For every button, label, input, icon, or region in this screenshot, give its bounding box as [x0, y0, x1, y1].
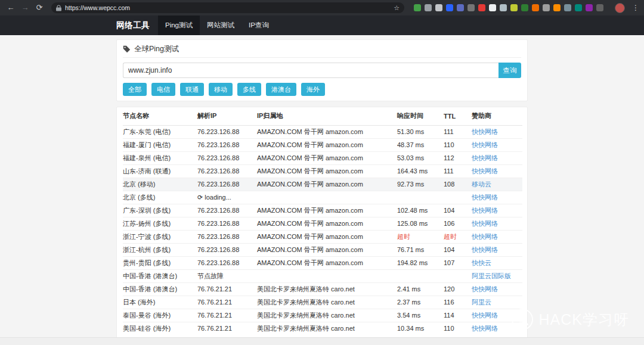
- bookmark-star-icon[interactable]: ☆: [394, 4, 400, 12]
- forward-icon[interactable]: →: [19, 0, 31, 15]
- node-name-cell: 美国-硅谷 (海外): [123, 322, 197, 335]
- address-bar[interactable]: https://www.wepcc.com ☆: [51, 2, 404, 13]
- ttl-cell: [444, 269, 472, 282]
- ip-location-cell: AMAZON.COM 骨干网 amazon.com: [257, 217, 397, 230]
- profile-avatar[interactable]: [615, 3, 625, 13]
- sponsor-link[interactable]: 快快网络: [472, 312, 498, 319]
- sponsor-link[interactable]: 快快网络: [472, 128, 498, 135]
- ping-panel: 全球Ping测试 查询 全部电信联通移动多线港澳台海外: [116, 39, 528, 101]
- resolved-ip-cell: 76.76.21.21: [197, 282, 257, 296]
- resolved-ip-cell: 节点故障: [197, 269, 257, 282]
- ip-location-cell: AMAZON.COM 骨干网 amazon.com: [257, 230, 397, 243]
- filter-button-全部[interactable]: 全部: [123, 83, 147, 96]
- node-name-cell: 福建-厦门 (电信): [123, 138, 197, 151]
- resolved-ip-cell: 76.223.126.88: [197, 256, 257, 269]
- extension-icon[interactable]: [586, 4, 593, 11]
- extension-icon[interactable]: [478, 4, 485, 11]
- extension-icon[interactable]: [521, 4, 528, 11]
- browser-menu-icon[interactable]: ⋮: [632, 4, 639, 12]
- extension-icon[interactable]: [532, 4, 539, 11]
- extension-icon[interactable]: [435, 4, 442, 11]
- extension-icon[interactable]: [446, 4, 453, 11]
- extension-icon[interactable]: [596, 4, 603, 11]
- resolved-ip-cell: 76.223.126.88: [197, 125, 257, 138]
- nav-tab-IP查询[interactable]: IP查询: [242, 15, 276, 35]
- ip-location-cell: [257, 269, 397, 282]
- sponsor-link[interactable]: 阿里云国际版: [472, 272, 511, 279]
- response-time-cell: [397, 269, 444, 282]
- node-name-cell: 浙江-宁波 (多线): [123, 230, 197, 243]
- filter-button-港澳台[interactable]: 港澳台: [266, 83, 296, 96]
- watermark: HACK学习呀: [511, 308, 629, 331]
- ttl-cell: 116: [444, 296, 472, 309]
- extension-icon[interactable]: [500, 4, 507, 11]
- table-row: 江苏-扬州 (多线)76.223.126.88AMAZON.COM 骨干网 am…: [123, 217, 522, 230]
- reload-icon[interactable]: ⟳: [33, 0, 45, 15]
- response-time-cell: 2.37 ms: [397, 296, 444, 309]
- sponsor-cell: 快快网络: [472, 151, 522, 164]
- back-icon[interactable]: ←: [5, 0, 17, 15]
- node-name-cell: 中国-香港 (港澳台): [123, 282, 197, 296]
- filter-button-海外[interactable]: 海外: [301, 83, 325, 96]
- nav-tab-Ping测试[interactable]: Ping测试: [158, 15, 200, 35]
- node-name-cell: 广东-深圳 (多线): [123, 204, 197, 217]
- sponsor-link[interactable]: 快快网络: [472, 246, 498, 253]
- sponsor-link[interactable]: 快快网络: [472, 207, 498, 214]
- extension-icon[interactable]: [575, 4, 582, 11]
- extension-icon[interactable]: [467, 4, 475, 11]
- panel-title-row: 全球Ping测试: [123, 43, 521, 58]
- table-row: 山东-济南 (联通)76.223.126.88AMAZON.COM 骨干网 am…: [123, 164, 522, 178]
- sponsor-link[interactable]: 快快网络: [472, 194, 498, 201]
- ttl-cell: 超时: [444, 230, 472, 243]
- sponsor-link[interactable]: 快快网络: [472, 233, 498, 240]
- query-button[interactable]: 查询: [499, 63, 521, 78]
- sponsor-link[interactable]: 快快网络: [472, 141, 498, 148]
- filter-button-多线[interactable]: 多线: [237, 83, 261, 96]
- sponsor-link[interactable]: 阿里云: [472, 299, 491, 306]
- extension-icon[interactable]: [489, 4, 496, 11]
- table-row: 贵州-贵阳 (多线)76.223.126.88AMAZON.COM 骨干网 am…: [123, 256, 522, 269]
- nav-tab-网站测试[interactable]: 网站测试: [200, 15, 242, 35]
- extension-icon[interactable]: [510, 4, 518, 11]
- site-brand[interactable]: 网络工具: [116, 20, 150, 31]
- column-header: TTL: [444, 107, 472, 125]
- extension-icon[interactable]: [414, 4, 421, 11]
- sponsor-link[interactable]: 快快云: [472, 259, 491, 266]
- table-row: 泰国-曼谷 (海外)76.76.21.21美国北卡罗来纳州夏洛特 caro.ne…: [123, 309, 522, 322]
- sponsor-link[interactable]: 快快网络: [472, 325, 498, 332]
- table-row: 福建-厦门 (电信)76.223.126.88AMAZON.COM 骨干网 am…: [123, 138, 522, 151]
- node-name-cell: 山东-济南 (联通): [123, 164, 197, 178]
- column-header: 解析IP: [197, 107, 257, 125]
- host-input[interactable]: [123, 63, 499, 78]
- extension-icon[interactable]: [564, 4, 571, 11]
- extension-icon[interactable]: [425, 4, 432, 11]
- ttl-cell: 114: [444, 309, 472, 322]
- sponsor-cell: 快快网络: [472, 230, 522, 243]
- watermark-text: HACK学习呀: [539, 310, 629, 330]
- table-row: 福建-泉州 (电信)76.223.126.88AMAZON.COM 骨干网 am…: [123, 151, 522, 164]
- ttl-cell: 120: [444, 282, 472, 296]
- watermark-logo-icon: [511, 308, 534, 331]
- sponsor-cell: 快快云: [472, 256, 522, 269]
- ttl-cell: 111: [444, 125, 472, 138]
- page-title: 全球Ping测试: [134, 44, 179, 54]
- filter-button-移动[interactable]: 移动: [209, 83, 233, 96]
- lock-icon: [56, 5, 61, 11]
- extension-icon[interactable]: [543, 4, 550, 11]
- filter-button-电信[interactable]: 电信: [151, 83, 175, 96]
- table-row: 广东-深圳 (多线)76.223.126.88AMAZON.COM 骨干网 am…: [123, 204, 522, 217]
- ip-location-cell: AMAZON.COM 骨干网 amazon.com: [257, 125, 397, 138]
- response-time-cell: 51.30 ms: [397, 125, 444, 138]
- sponsor-link[interactable]: 快快网络: [472, 220, 498, 227]
- sponsor-link[interactable]: 快快网络: [472, 285, 498, 293]
- extension-icon[interactable]: [553, 4, 561, 11]
- result-panel: 节点名称解析IPIP归属地响应时间TTL赞助商 广东-东莞 (电信)76.223…: [116, 107, 528, 339]
- filter-button-联通[interactable]: 联通: [180, 83, 204, 96]
- sponsor-link[interactable]: 快快网络: [472, 167, 498, 175]
- response-time-cell: 102.48 ms: [397, 204, 444, 217]
- extension-icon[interactable]: [457, 4, 464, 11]
- ip-location-cell: AMAZON.COM 骨干网 amazon.com: [257, 204, 397, 217]
- sponsor-link[interactable]: 快快网络: [472, 154, 498, 161]
- resolved-ip-cell: 76.76.21.21: [197, 309, 257, 322]
- sponsor-link[interactable]: 移动云: [472, 181, 491, 188]
